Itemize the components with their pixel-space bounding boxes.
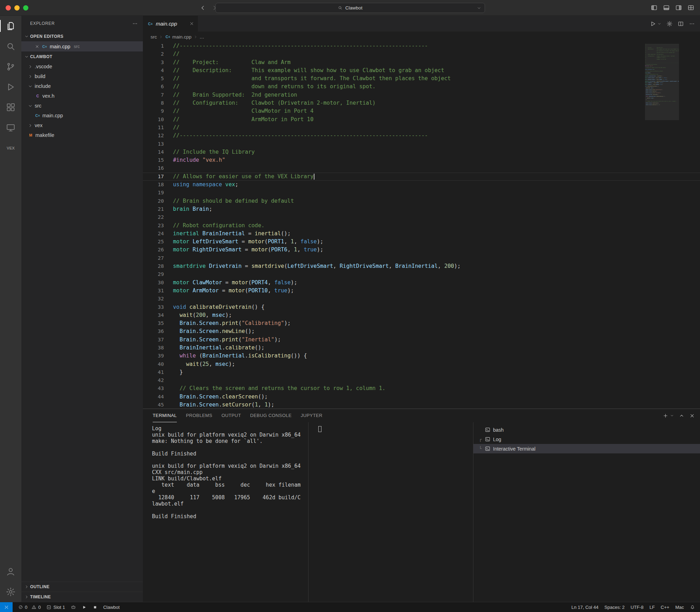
code-line-35[interactable]: 35 Brain.Screen.print("Calibrating"); (143, 319, 700, 327)
code-line-3[interactable]: 3// Project: Claw and Arm (143, 58, 700, 67)
code-line-21[interactable]: 21brain Brain; (143, 205, 700, 213)
tab-main-cpp[interactable]: C+ main.cpp (143, 16, 198, 32)
code-line-39[interactable]: 39 while (BrainInertial.isCalibrating())… (143, 352, 700, 360)
cursor-position[interactable]: Ln 17, Col 44 (571, 605, 598, 610)
gear-icon[interactable] (666, 21, 673, 27)
code-line-41[interactable]: 41 } (143, 368, 700, 376)
language-mode[interactable]: C++ (661, 605, 670, 610)
encoding[interactable]: UTF-8 (631, 605, 644, 610)
platform[interactable]: Mac (675, 605, 684, 610)
open-editors-header[interactable]: OPEN EDITORS (21, 31, 143, 41)
tree-item-makefile[interactable]: Mmakefile (21, 130, 143, 140)
code-line-6[interactable]: 6// down and returns to its original spo… (143, 83, 700, 91)
chevron-down-icon[interactable] (670, 413, 674, 418)
code-line-40[interactable]: 40 wait(25, msec); (143, 360, 700, 368)
code-line-43[interactable]: 43 // Clears the screen and returns the … (143, 384, 700, 392)
indentation[interactable]: Spaces: 2 (604, 605, 625, 610)
code-line-33[interactable]: 33void calibrateDrivetrain() { (143, 303, 700, 311)
code-line-24[interactable]: 24inertial BrainInertial = inertial(); (143, 230, 700, 238)
activity-explorer[interactable] (0, 16, 21, 36)
toggle-panel-icon[interactable] (663, 4, 670, 11)
terminal-interactive[interactable] (308, 422, 473, 602)
code-line-31[interactable]: 31motor ArmMotor = motor(PORT10, true); (143, 287, 700, 295)
activity-search[interactable] (0, 36, 21, 56)
close-panel-icon[interactable] (689, 413, 695, 419)
vex-run[interactable] (82, 605, 87, 610)
notifications[interactable] (690, 605, 695, 610)
more-actions-icon[interactable] (689, 21, 695, 27)
tree-item-main.cpp[interactable]: C+main.cpp (21, 111, 143, 120)
tree-item-vex[interactable]: vex (21, 120, 143, 130)
code-line-12[interactable]: 12//------------------------------------… (143, 132, 700, 140)
toggle-primary-sidebar-icon[interactable] (651, 4, 658, 11)
command-center[interactable]: Clawbot (215, 3, 485, 13)
code-line-16[interactable]: 16 (143, 164, 700, 172)
code-line-1[interactable]: 1//-------------------------------------… (143, 42, 700, 50)
eol[interactable]: LF (650, 605, 655, 610)
vex-slot[interactable]: Slot 1 (46, 605, 65, 610)
code-line-15[interactable]: 15#include "vex.h" (143, 156, 700, 164)
code-line-20[interactable]: 20// Brain should be defined by default (143, 197, 700, 205)
outline-header[interactable]: OUTLINE (21, 582, 143, 592)
breadcrumb-src[interactable]: src (151, 34, 157, 40)
vex-brain[interactable] (71, 605, 76, 610)
terminal-list-item-log[interactable]: ┌Log (473, 434, 700, 444)
code-line-32[interactable]: 32 (143, 295, 700, 303)
minimize-window-button[interactable] (14, 5, 20, 11)
customize-layout-icon[interactable] (687, 4, 694, 11)
maximize-panel-icon[interactable] (679, 413, 685, 419)
code-line-44[interactable]: 44 Brain.Screen.clearScreen(); (143, 393, 700, 401)
close-window-button[interactable] (6, 5, 11, 11)
code-line-9[interactable]: 9// ClawMotor in Port 4 (143, 107, 700, 115)
tree-item-.vscode[interactable]: .vscode (21, 62, 143, 71)
chevron-down-icon[interactable] (657, 22, 661, 26)
code-line-4[interactable]: 4// Description: This example will show … (143, 67, 700, 75)
code-line-38[interactable]: 38 BrainInertial.calibrate(); (143, 344, 700, 352)
panel-tab-jupyter[interactable]: JUPYTER (301, 409, 323, 422)
tree-item-build[interactable]: build (21, 71, 143, 81)
code-line-27[interactable]: 27 (143, 254, 700, 262)
activity-accounts[interactable] (0, 561, 21, 582)
code-line-17[interactable]: 17// Allows for easier use of the VEX Li… (143, 173, 700, 181)
back-icon[interactable] (200, 5, 206, 11)
code-line-36[interactable]: 36 Brain.Screen.newLine(); (143, 327, 700, 335)
terminal-list-item-bash[interactable]: bash (473, 425, 700, 434)
code-line-2[interactable]: 2// (143, 50, 700, 58)
open-editor-main-cpp[interactable]: C+ main.cpp src (21, 41, 143, 51)
code-line-19[interactable]: 19 (143, 189, 700, 197)
code-line-8[interactable]: 8// Configuration: Clawbot (Drivetrain 2… (143, 99, 700, 107)
panel-tab-terminal[interactable]: TERMINAL (153, 409, 177, 422)
project-header[interactable]: CLAWBOT (21, 51, 143, 62)
code-line-14[interactable]: 14// Include the IQ Library (143, 148, 700, 156)
breadcrumb-symbol[interactable]: … (200, 34, 205, 40)
vex-stop[interactable] (92, 605, 98, 610)
code-line-25[interactable]: 25motor LeftDriveSmart = motor(PORT1, 1,… (143, 238, 700, 246)
code-line-22[interactable]: 22 (143, 213, 700, 221)
activity-run-debug[interactable] (0, 77, 21, 97)
code-line-7[interactable]: 7// Brain Supported: 2nd generation (143, 91, 700, 99)
code-line-42[interactable]: 42 (143, 376, 700, 384)
code-line-5[interactable]: 5// and transports it forward. The Clawb… (143, 75, 700, 83)
code-line-13[interactable]: 13 (143, 140, 700, 148)
tree-item-include[interactable]: include (21, 81, 143, 91)
code-editor[interactable]: 1//-------------------------------------… (143, 42, 700, 409)
panel-tab-output[interactable]: OUTPUT (221, 409, 241, 422)
activity-vex[interactable]: VEX (0, 138, 21, 158)
tree-item-vex.h[interactable]: Cvex.h (21, 91, 143, 101)
close-tab-icon[interactable] (189, 21, 194, 26)
code-line-45[interactable]: 45 Brain.Screen.setCursor(1, 1); (143, 401, 700, 409)
terminal-output[interactable]: Logunix build for platform vexiq2 on Dar… (143, 422, 308, 602)
activity-extensions[interactable] (0, 97, 21, 117)
remote-indicator[interactable] (0, 602, 13, 612)
panel-tab-problems[interactable]: PROBLEMS (186, 409, 212, 422)
run-file-icon[interactable] (650, 21, 656, 27)
activity-source-control[interactable] (0, 56, 21, 77)
problems-status[interactable]: 0 0 (18, 605, 41, 610)
toggle-secondary-sidebar-icon[interactable] (675, 4, 682, 11)
code-line-23[interactable]: 23// Robot configuration code. (143, 222, 700, 230)
activity-remote-explorer[interactable] (0, 117, 21, 138)
new-terminal-icon[interactable] (663, 413, 668, 419)
tree-item-src[interactable]: src (21, 101, 143, 111)
code-line-29[interactable]: 29 (143, 270, 700, 278)
code-line-26[interactable]: 26motor RightDriveSmart = motor(PORT6, 1… (143, 246, 700, 254)
